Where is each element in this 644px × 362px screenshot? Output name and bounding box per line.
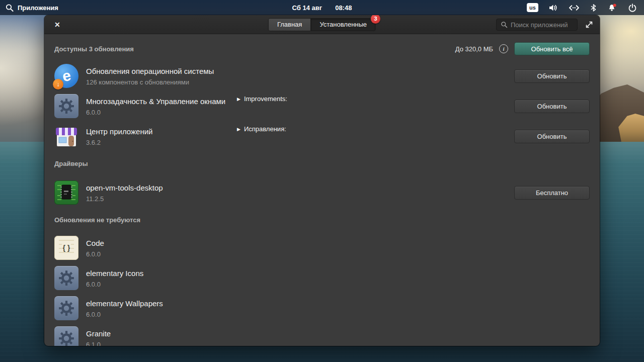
network-icon[interactable] xyxy=(569,4,580,12)
notification-dot xyxy=(613,4,616,7)
close-button[interactable]: ✕ xyxy=(51,15,63,34)
driver-chip-icon xyxy=(54,180,78,205)
top-panel: Приложения Сб 14 авг 08:48 us xyxy=(0,0,644,15)
app-version: 6.0.0 xyxy=(86,281,237,288)
updates-summary-bar: Доступны 3 обновления До 320,0 МБ i Обно… xyxy=(54,42,590,55)
download-badge-icon: ↓ xyxy=(53,79,63,89)
app-version: 6.0.0 xyxy=(86,109,237,116)
release-notes-expander[interactable]: ▶ Исправления: xyxy=(237,123,514,133)
tab-home[interactable]: Главная xyxy=(269,19,311,31)
search-icon xyxy=(5,4,14,12)
appcenter-window: ✕ Главная Установленные 3 Доступны 3 обн… xyxy=(44,15,600,346)
gear-app-icon xyxy=(54,266,78,290)
search-input[interactable] xyxy=(511,21,571,29)
app-row-code[interactable]: { } Code 6.0.0 xyxy=(54,234,590,261)
app-version: 11.2.5 xyxy=(86,195,237,203)
applications-menu-label: Приложения xyxy=(18,4,58,12)
bluetooth-icon[interactable] xyxy=(590,4,597,12)
gear-app-icon xyxy=(54,326,78,346)
gear-app-icon xyxy=(54,94,78,118)
applications-menu[interactable]: Приложения xyxy=(0,4,58,12)
app-name: Многозадачность & Управление окнами xyxy=(86,97,237,107)
free-install-button[interactable]: Бесплатно xyxy=(514,186,590,200)
app-row-open-vm-tools[interactable]: open-vm-tools-desktop 11.2.5 Бесплатно xyxy=(54,179,590,206)
maximize-icon[interactable] xyxy=(585,20,594,29)
app-row-multitasking[interactable]: Многозадачность & Управление окнами 6.0.… xyxy=(54,93,590,120)
app-version: 6.0.0 xyxy=(86,250,237,258)
app-row-elementary-wallpapers[interactable]: elementary Wallpapers 6.0.0 xyxy=(54,295,590,322)
app-row-elementary-icons[interactable]: elementary Icons 6.0.0 xyxy=(54,264,590,292)
notifications-icon[interactable] xyxy=(607,4,617,12)
app-row-granite[interactable]: Granite 6.1.0 xyxy=(54,325,590,346)
os-updates-icon: e ↓ xyxy=(54,64,78,88)
app-name: elementary Wallpapers xyxy=(86,299,237,309)
info-icon[interactable]: i xyxy=(499,44,508,53)
app-name: open-vm-tools-desktop xyxy=(86,183,237,193)
updates-count-badge: 3 xyxy=(371,15,380,24)
app-name: Центр приложений xyxy=(86,127,237,137)
app-name: Обновления операционной системы xyxy=(86,66,237,76)
app-name: Code xyxy=(86,238,237,248)
app-row-os-updates[interactable]: e ↓ Обновления операционной системы 126 … xyxy=(54,62,590,89)
expander-label: Исправления: xyxy=(244,125,286,133)
gear-app-icon xyxy=(54,296,78,320)
release-notes-expander[interactable]: ▶ Improvements: xyxy=(237,93,514,103)
tab-installed-label: Установленные xyxy=(319,21,367,28)
update-button[interactable]: Обновить xyxy=(514,69,590,83)
code-braces-glyph: { } xyxy=(62,244,71,252)
app-version: 3.6.2 xyxy=(86,139,237,146)
keyboard-layout-indicator[interactable]: us xyxy=(527,3,538,12)
expander-label: Improvements: xyxy=(244,95,287,103)
download-size-label: До 320,0 МБ xyxy=(455,45,493,53)
app-name: Granite xyxy=(86,329,237,339)
volume-icon[interactable] xyxy=(549,4,558,12)
app-search-field[interactable] xyxy=(496,19,578,31)
update-button[interactable]: Обновить xyxy=(514,130,590,143)
expander-arrow-icon: ▶ xyxy=(237,127,240,132)
datetime-indicator[interactable]: Сб 14 авг 08:48 xyxy=(292,4,352,12)
appcenter-icon xyxy=(54,124,78,148)
titlebar[interactable]: ✕ Главная Установленные 3 xyxy=(44,15,600,34)
tab-installed[interactable]: Установленные 3 xyxy=(311,19,375,31)
view-mode-switcher: Главная Установленные 3 xyxy=(268,18,376,31)
update-button[interactable]: Обновить xyxy=(514,100,590,113)
app-row-appcenter[interactable]: Центр приложений 3.6.2 ▶ Исправления: Об… xyxy=(54,123,590,150)
time-label: 08:48 xyxy=(335,4,352,12)
app-detail: 126 компонентов с обновлениями xyxy=(86,78,237,86)
update-all-button[interactable]: Обновить всё xyxy=(514,42,590,55)
app-name: elementary Icons xyxy=(86,268,237,279)
updates-available-label: Доступны 3 обновления xyxy=(54,45,134,53)
search-icon xyxy=(501,21,508,28)
date-label: Сб 14 авг xyxy=(292,4,323,12)
updates-view: Доступны 3 обновления До 320,0 МБ i Обно… xyxy=(44,34,600,346)
power-icon[interactable] xyxy=(628,4,637,12)
app-version: 6.1.0 xyxy=(86,341,237,346)
expander-arrow-icon: ▶ xyxy=(237,97,240,102)
app-version: 6.0.0 xyxy=(86,311,237,318)
code-app-icon: { } xyxy=(54,236,78,260)
uptodate-section-header: Обновления не требуются xyxy=(54,216,590,224)
drivers-section-header: Драйверы xyxy=(54,160,590,168)
